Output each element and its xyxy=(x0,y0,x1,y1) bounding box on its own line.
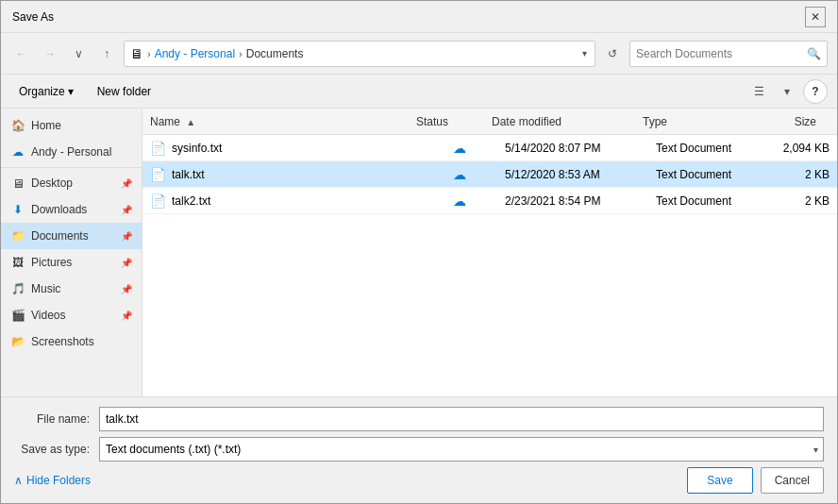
refresh-button[interactable]: ↺ xyxy=(601,42,624,65)
sidebar-item-documents[interactable]: 📁 Documents 📌 xyxy=(1,223,142,249)
sidebar: 🏠 Home ☁ Andy - Personal 🖥 Desktop 📌 ⬇ D… xyxy=(1,109,142,396)
second-toolbar: Organize ▾ New folder ☰ ▾ ? xyxy=(1,75,837,109)
size-talk2: 2 KB xyxy=(762,191,837,211)
col-header-date[interactable]: Date modified xyxy=(484,111,635,132)
sidebar-item-videos[interactable]: 🎬 Videos 📌 xyxy=(1,302,142,328)
title-bar: Save As ✕ xyxy=(1,1,837,33)
forward-icon: → xyxy=(44,47,56,60)
pictures-icon: 🖼 xyxy=(10,255,25,270)
up-button[interactable]: ↑ xyxy=(95,42,118,65)
back-button[interactable]: ← xyxy=(10,42,33,65)
cloud-status-talk2-icon: ☁ xyxy=(453,193,466,209)
pin-videos-icon: 📌 xyxy=(121,311,132,321)
screenshots-icon: 📂 xyxy=(10,334,25,349)
downloads-icon: ⬇ xyxy=(10,202,25,217)
dropdown-button[interactable]: ∨ xyxy=(67,42,90,65)
sidebar-label-music: Music xyxy=(31,282,115,295)
pin-downloads-icon: 📌 xyxy=(121,205,132,215)
sidebar-label-desktop: Desktop xyxy=(31,176,115,190)
file-list-scroll[interactable]: 📄 sysinfo.txt ☁ 5/14/2020 8:07 PM Text D… xyxy=(142,135,837,396)
hide-folders-button[interactable]: ∧ Hide Folders xyxy=(14,474,91,487)
bottom-bar: File name: Save as type: Text documents … xyxy=(1,396,837,503)
file-row-talk[interactable]: 📄 talk.txt ☁ 5/12/2020 8:53 AM Text Docu… xyxy=(142,161,837,188)
toolbar-right: ☰ ▾ ? xyxy=(746,79,828,104)
action-buttons: Save Cancel xyxy=(687,467,824,494)
search-input[interactable] xyxy=(636,47,807,60)
close-button[interactable]: ✕ xyxy=(805,7,826,27)
date-talk: 5/12/2020 8:53 AM xyxy=(497,164,648,185)
organize-button[interactable]: Organize ▾ xyxy=(10,79,82,104)
sidebar-label-downloads: Downloads xyxy=(31,203,115,216)
date-talk2: 2/23/2021 8:54 PM xyxy=(497,191,648,211)
breadcrumb-dropdown-button[interactable]: ▾ xyxy=(580,46,589,60)
cloud-icon: ☁ xyxy=(10,144,25,160)
save-as-dialog: Save As ✕ ← → ∨ ↑ 🖥 › Andy - Personal › … xyxy=(0,0,838,504)
pin-desktop-icon: 📌 xyxy=(121,178,132,189)
back-icon: ← xyxy=(16,47,27,60)
view-icon: ☰ xyxy=(754,85,764,98)
sidebar-label-screenshots: Screenshots xyxy=(31,335,132,348)
sidebar-divider xyxy=(1,167,142,168)
sidebar-item-home[interactable]: 🏠 Home xyxy=(1,112,142,139)
size-sysinfo: 2,094 KB xyxy=(762,138,837,159)
window-controls: ✕ xyxy=(805,7,826,27)
view-dropdown-button[interactable]: ▾ xyxy=(775,79,799,104)
type-talk: Text Document xyxy=(648,164,762,185)
pin-pictures-icon: 📌 xyxy=(121,258,132,268)
sidebar-item-andy[interactable]: ☁ Andy - Personal xyxy=(1,139,142,165)
help-button[interactable]: ? xyxy=(803,79,828,104)
dialog-title: Save As xyxy=(12,10,54,24)
save-button[interactable]: Save xyxy=(687,467,752,494)
hide-folders-label: Hide Folders xyxy=(26,474,91,487)
pin-documents-icon: 📌 xyxy=(121,231,132,242)
breadcrumb-andy[interactable]: Andy - Personal xyxy=(155,47,235,60)
organize-arrow-icon: ▾ xyxy=(68,85,74,98)
savetype-select[interactable]: Text documents (.txt) (*.txt) xyxy=(99,437,824,462)
forward-button[interactable]: → xyxy=(39,42,61,65)
sidebar-item-downloads[interactable]: ⬇ Downloads 📌 xyxy=(1,196,142,223)
filename-sysinfo: sysinfo.txt xyxy=(172,142,222,155)
file-header: Name ▲ Status Date modified Type Size xyxy=(142,109,837,135)
sep1: › xyxy=(147,48,151,59)
col-header-name[interactable]: Name ▲ xyxy=(142,111,409,132)
filename-label: File name: xyxy=(14,412,99,426)
sidebar-label-pictures: Pictures xyxy=(31,256,115,269)
filename-input[interactable] xyxy=(99,407,824,431)
size-talk: 2 KB xyxy=(762,164,837,185)
computer-icon: 🖥 xyxy=(130,46,143,61)
file-row-talk2[interactable]: 📄 talk2.txt ☁ 2/23/2021 8:54 PM Text Doc… xyxy=(142,188,837,214)
pin-music-icon: 📌 xyxy=(121,284,132,294)
view-button[interactable]: ☰ xyxy=(746,79,771,104)
cancel-button[interactable]: Cancel xyxy=(761,467,824,494)
status-talk: ☁ xyxy=(422,163,497,186)
sidebar-item-screenshots[interactable]: 📂 Screenshots xyxy=(1,328,142,355)
file-row-sysinfo[interactable]: 📄 sysinfo.txt ☁ 5/14/2020 8:07 PM Text D… xyxy=(142,135,837,161)
sidebar-item-desktop[interactable]: 🖥 Desktop 📌 xyxy=(1,170,142,196)
breadcrumb-bar: 🖥 › Andy - Personal › Documents ▾ xyxy=(124,41,595,67)
file-icon-sysinfo: 📄 xyxy=(150,141,166,156)
sidebar-item-music[interactable]: 🎵 Music 📌 xyxy=(1,276,142,302)
music-icon: 🎵 xyxy=(10,281,25,296)
sidebar-item-pictures[interactable]: 🖼 Pictures 📌 xyxy=(1,249,142,276)
desktop-icon: 🖥 xyxy=(10,176,25,191)
filename-talk: talk.txt xyxy=(172,168,205,181)
nav-toolbar: ← → ∨ ↑ 🖥 › Andy - Personal › Documents … xyxy=(1,33,837,75)
status-sysinfo: ☁ xyxy=(422,137,497,160)
date-sysinfo: 5/14/2020 8:07 PM xyxy=(497,138,648,159)
type-sysinfo: Text Document xyxy=(648,138,762,159)
videos-icon: 🎬 xyxy=(10,308,25,323)
col-header-type[interactable]: Type xyxy=(635,111,748,132)
col-header-status[interactable]: Status xyxy=(409,111,484,132)
col-header-size[interactable]: Size xyxy=(748,111,824,132)
sidebar-label-home: Home xyxy=(31,119,132,132)
file-pane: Name ▲ Status Date modified Type Size xyxy=(142,109,837,396)
new-folder-button[interactable]: New folder xyxy=(90,79,159,104)
sidebar-label-videos: Videos xyxy=(31,309,115,322)
documents-icon: 📁 xyxy=(10,228,25,244)
home-icon: 🏠 xyxy=(10,118,25,133)
sidebar-label-andy: Andy - Personal xyxy=(31,145,132,159)
filename-row: File name: xyxy=(14,407,824,431)
savetype-wrapper: Text documents (.txt) (*.txt) ▾ xyxy=(99,437,824,462)
action-row: ∧ Hide Folders Save Cancel xyxy=(14,467,824,494)
organize-label: Organize xyxy=(19,85,65,98)
